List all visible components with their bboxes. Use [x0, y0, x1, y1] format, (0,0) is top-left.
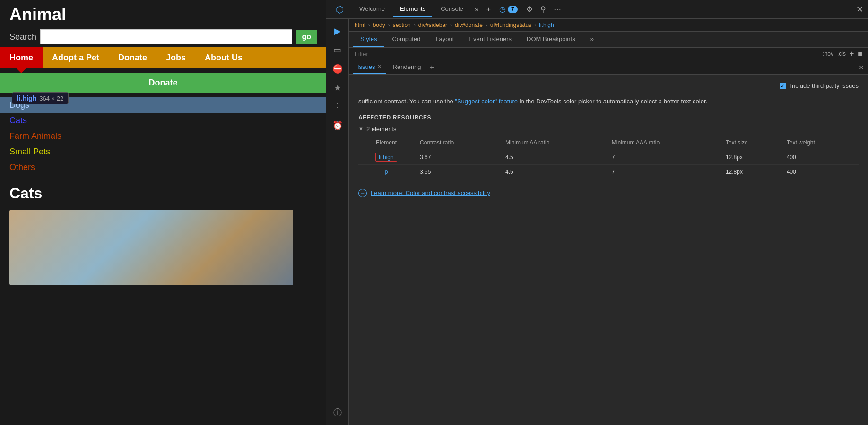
inspector-cursor-icon[interactable]: ⬡ [331, 1, 348, 18]
cell-aaa-p: 7 [610, 164, 724, 179]
devtools-icon-strip: ▶ ▭ ⛔ ★ ⋮ ⏰ ⓘ [326, 19, 349, 425]
issues-tab-close-icon[interactable]: ✕ [377, 64, 382, 70]
third-party-checkbox[interactable]: ✓ [780, 83, 786, 89]
p-link[interactable]: p [385, 169, 388, 175]
issues-tab[interactable]: Issues ✕ [353, 60, 386, 74]
donate-banner[interactable]: Donate [0, 73, 326, 93]
cell-aa-li-high: 4.5 [503, 150, 610, 164]
devtools-panel: ⬡ Welcome Elements Console » + ◷ 7 ⚙ ⚲ ⋯… [326, 0, 868, 425]
cell-aa-p: 4.5 [503, 164, 610, 179]
tooltip-overlay: li.high 364 × 22 [12, 92, 69, 104]
col-element: Element [358, 137, 418, 150]
affected-heading: AFFECTED RESOURCES [358, 114, 859, 121]
elements-section: ▼ 2 elements Element Contrast ratio Mini… [358, 126, 859, 179]
overflow-icon[interactable]: ⋯ [551, 3, 564, 16]
paint-icon[interactable]: ★ [329, 79, 346, 96]
bc-html[interactable]: html [355, 22, 365, 28]
bc-ul-funding[interactable]: ul#fundingstatus [490, 22, 531, 28]
col-min-aaa: Minimum AAA ratio [610, 137, 724, 150]
third-party-label: Include third-party issues [790, 82, 859, 89]
rendering-tab[interactable]: Rendering [388, 60, 426, 74]
filter-cls-button[interactable]: .cls [837, 51, 846, 57]
add-tab-plus-icon[interactable]: + [428, 61, 436, 74]
issues-content: ✓ Include third-party issues sufficient … [349, 75, 868, 425]
elements-toggle[interactable]: ▼ 2 elements [358, 126, 859, 133]
main-content: Cats [0, 175, 326, 295]
sidebar-item-cats[interactable]: Cats [0, 113, 326, 128]
cell-contrast-p: 3.65 [418, 164, 503, 179]
li-high-link[interactable]: li.high [375, 153, 397, 162]
sub-tab-event-listeners[interactable]: Event Listeners [461, 32, 519, 47]
cell-element-li-high: li.high [358, 150, 418, 164]
sub-tab-dom-breakpoints[interactable]: DOM Breakpoints [519, 32, 583, 47]
timer-icon[interactable]: ⏰ [329, 117, 346, 134]
page-heading: Cats [9, 185, 317, 202]
help-icon[interactable]: ⓘ [329, 404, 346, 421]
bc-div-sidebar[interactable]: div#sidebar [418, 22, 447, 28]
user-icon[interactable]: ⚲ [538, 3, 549, 16]
no-symbol-icon[interactable]: ⛔ [329, 60, 346, 77]
go-button[interactable]: go [296, 30, 317, 44]
sub-tab-styles[interactable]: Styles [353, 32, 384, 47]
website-panel: Animal Search go Home Adopt a Pet Donate… [0, 0, 326, 425]
bc-div-donate[interactable]: div#donate [455, 22, 483, 28]
animation-icon[interactable]: ⋮ [329, 98, 346, 115]
more-tabs-icon[interactable]: » [472, 3, 482, 16]
settings-icon[interactable]: ⚙ [523, 3, 536, 16]
sub-tab-more[interactable]: » [583, 32, 601, 47]
sub-tab-computed[interactable]: Computed [384, 32, 428, 47]
filter-bar: :hov .cls + ■ [349, 48, 868, 60]
nav-bar: Home Adopt a Pet Donate Jobs About Us [0, 47, 326, 68]
close-devtools-button[interactable]: ✕ [856, 4, 863, 15]
issue-text-part1: sufficient contrast. You can use the [358, 98, 455, 105]
badge-count: 7 [508, 6, 518, 13]
bc-li-high[interactable]: li.high [539, 22, 554, 28]
search-input[interactable] [40, 29, 292, 44]
filter-add-button[interactable]: + [850, 50, 854, 58]
tab-console[interactable]: Console [434, 1, 470, 17]
cell-aaa-li-high: 7 [610, 150, 724, 164]
close-tab-x-icon[interactable]: ✕ [859, 64, 864, 71]
filter-pseudo-button[interactable]: :hov [823, 51, 833, 57]
nav-home[interactable]: Home [0, 47, 43, 68]
tab-welcome[interactable]: Welcome [353, 1, 391, 17]
sub-tab-layout[interactable]: Layout [428, 32, 461, 47]
col-text-weight: Text weight [785, 137, 859, 150]
tooltip-dims: 364 × 22 [39, 95, 63, 102]
device-icon[interactable]: ▭ [329, 42, 346, 59]
cell-weight-p: 400 [785, 164, 859, 179]
learn-more-icon: → [358, 189, 367, 197]
devtools-content: html › body › section › div#sidebar › di… [349, 19, 868, 425]
bc-body[interactable]: body [373, 22, 385, 28]
learn-more-link[interactable]: Learn more: Color and contrast accessibi… [371, 189, 490, 196]
search-label: Search [9, 32, 36, 42]
bc-section[interactable]: section [393, 22, 411, 28]
nav-donate[interactable]: Donate [109, 47, 156, 68]
cell-element-p: p [358, 164, 418, 179]
toggle-arrow-icon: ▼ [358, 126, 364, 132]
tab-elements[interactable]: Elements [393, 1, 432, 17]
sidebar-item-small[interactable]: Small Pets [0, 144, 326, 160]
learn-more-row: → Learn more: Color and contrast accessi… [358, 189, 859, 197]
filter-input[interactable] [355, 51, 819, 58]
nav-adopt[interactable]: Adopt a Pet [43, 47, 109, 68]
nav-jobs[interactable]: Jobs [156, 47, 195, 68]
issue-text-part2: in the DevTools color picker to automati… [518, 98, 707, 105]
cat-image-inner [9, 210, 293, 285]
issues-tab-label: Issues [357, 63, 375, 70]
sidebar-item-farm[interactable]: Farm Animals [0, 128, 326, 144]
col-contrast: Contrast ratio [418, 137, 503, 150]
add-tab-icon[interactable]: + [484, 3, 494, 16]
sidebar-item-others[interactable]: Others [0, 160, 326, 175]
col-text-size: Text size [724, 137, 785, 150]
filter-icon-button[interactable]: ■ [858, 50, 862, 58]
table-row-li-high: li.high 3.67 4.5 7 12.8px 400 [358, 150, 859, 164]
inspect-icon[interactable]: ▶ [329, 23, 346, 40]
checkmark-icon: ✓ [781, 83, 785, 89]
nav-about[interactable]: About Us [195, 47, 252, 68]
cell-contrast-li-high: 3.67 [418, 150, 503, 164]
cell-size-li-high: 12.8px [724, 150, 785, 164]
third-party-check: ✓ Include third-party issues [358, 82, 859, 89]
suggest-color-link[interactable]: "Suggest color" feature [455, 98, 518, 105]
elements-count: 2 elements [366, 126, 397, 133]
